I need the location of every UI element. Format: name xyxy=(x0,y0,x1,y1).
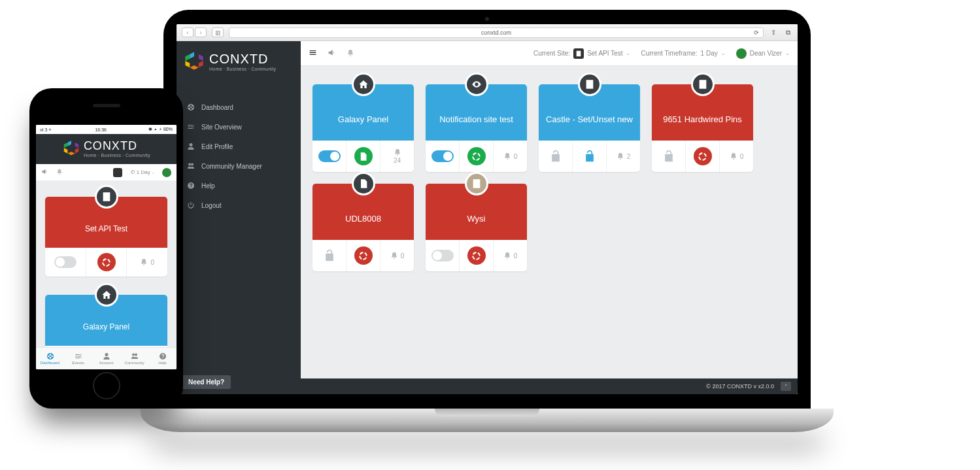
current-site-selector[interactable]: Current Site: Set API Test ⌄ xyxy=(533,48,630,59)
tab-account[interactable]: Account xyxy=(92,348,120,369)
site-card[interactable]: Castle - Set/Unset new2 xyxy=(539,84,640,172)
notifications-button[interactable] xyxy=(56,169,63,176)
user-menu[interactable]: Dean Vizer ⌄ xyxy=(736,48,790,59)
browser-tabs-button[interactable]: ⧉ xyxy=(783,29,792,37)
card-left-slot[interactable] xyxy=(313,240,346,271)
tab-community[interactable]: Community xyxy=(120,348,148,369)
spin-icon xyxy=(698,152,707,161)
arm-toggle[interactable] xyxy=(431,150,454,162)
card-title: Wysi xyxy=(467,214,485,224)
card-header: Galaxy Panel xyxy=(45,295,167,346)
sliders-icon xyxy=(187,123,195,131)
card-bell-slot[interactable]: 0 xyxy=(493,240,527,271)
card-left-slot[interactable] xyxy=(652,141,685,172)
sidebar-item-community-manager[interactable]: Community Manager xyxy=(177,156,301,176)
brand-name: CONXTD xyxy=(209,52,276,65)
status-right: ✱ ⚬ ⚡︎ 80% xyxy=(148,127,173,132)
sidebar: CONXTD Home · Business · Community Dashb… xyxy=(177,41,301,394)
card-bell-slot[interactable]: 0 xyxy=(126,248,167,277)
phone-cards: Set API Test0Galaxy Panel24 xyxy=(36,181,177,347)
site-card[interactable]: Notification site test0 xyxy=(426,84,527,172)
site-card[interactable]: Galaxy Panel24 xyxy=(45,295,167,347)
card-badge xyxy=(465,172,488,195)
scroll-top-button[interactable]: ˄ xyxy=(781,382,791,391)
arm-toggle[interactable] xyxy=(431,250,454,261)
tab-help[interactable]: Help xyxy=(148,348,177,369)
announce-button[interactable] xyxy=(41,168,48,176)
site-card[interactable]: Set API Test0 xyxy=(45,197,167,277)
current-site-label: Current Site: xyxy=(533,50,570,57)
card-left-slot[interactable] xyxy=(45,346,86,347)
card-mid-slot[interactable] xyxy=(346,240,380,271)
sidebar-item-site-overview[interactable]: Site Overview xyxy=(177,117,301,137)
notifications-button[interactable] xyxy=(346,49,354,58)
avatar[interactable] xyxy=(162,168,171,177)
card-bell-slot[interactable]: 0 xyxy=(719,141,753,172)
card-mid-slot[interactable] xyxy=(459,240,493,271)
card-mid-slot[interactable] xyxy=(346,141,380,172)
card-title: UDL8008 xyxy=(345,214,381,224)
timeframe-selector[interactable]: ⏱ 1 Day ⌄ xyxy=(130,169,154,175)
card-mid-slot[interactable] xyxy=(572,141,606,172)
lock-open-icon xyxy=(549,150,562,163)
browser-back-button[interactable]: ‹ xyxy=(182,27,194,37)
card-left-slot[interactable] xyxy=(426,240,459,271)
announce-button[interactable] xyxy=(328,48,336,58)
browser-address-bar[interactable]: conxtd.com ⟳ xyxy=(229,27,764,38)
timeframe-value: 1 Day xyxy=(137,169,150,175)
card-bell-slot[interactable]: 0 xyxy=(380,240,414,271)
sidebar-item-dashboard[interactable]: Dashboard xyxy=(177,97,301,117)
card-bell-slot[interactable]: 0 xyxy=(493,141,527,172)
sidebar-item-edit-profile[interactable]: Edit Profile xyxy=(177,137,301,156)
card-mid-slot[interactable] xyxy=(86,248,127,277)
sidebar-item-logout[interactable]: Logout xyxy=(177,195,301,215)
card-bell-slot[interactable]: 24 xyxy=(126,346,167,347)
site-card[interactable]: UDL80080 xyxy=(313,184,414,271)
tab-label: Help xyxy=(158,361,166,365)
menu-toggle-button[interactable] xyxy=(309,48,317,58)
alert-count: 0 xyxy=(503,252,518,260)
alert-count: 0 xyxy=(730,152,744,160)
alert-count: 2 xyxy=(617,152,631,160)
footer-copyright: © 2017 CONXTD v x2.0.0 xyxy=(706,383,774,390)
app-shell: CONXTD Home · Business · Community Dashb… xyxy=(177,41,798,394)
alert-count: 0 xyxy=(390,252,405,260)
tab-events[interactable]: Events xyxy=(64,348,92,369)
site-card[interactable]: Wysi0 xyxy=(426,184,527,271)
card-left-slot[interactable] xyxy=(426,141,459,172)
status-badge xyxy=(467,246,486,265)
sidebar-item-help[interactable]: Help xyxy=(177,176,301,195)
card-footer: 24 xyxy=(45,346,167,347)
arm-toggle[interactable] xyxy=(318,150,341,162)
card-mid-slot[interactable] xyxy=(86,346,127,347)
browser-sidebar-button[interactable]: ▥ xyxy=(212,27,224,37)
lock-open-icon xyxy=(662,150,675,163)
site-card[interactable]: 9651 Hardwired Pins0 xyxy=(652,84,753,172)
arm-toggle[interactable] xyxy=(54,256,76,268)
card-left-slot[interactable] xyxy=(45,248,86,277)
current-site-name: Set API Test xyxy=(587,50,622,57)
card-mid-slot[interactable] xyxy=(459,141,493,172)
card-left-slot[interactable] xyxy=(313,141,346,172)
sidebar-item-label: Site Overview xyxy=(201,124,242,131)
timeframe-selector[interactable]: Current Timeframe: 1 Day ⌄ xyxy=(641,50,725,57)
card-badge xyxy=(352,73,375,96)
tab-dashboard[interactable]: Dashboard xyxy=(36,348,64,369)
card-title: Galaxy Panel xyxy=(338,114,388,124)
reload-icon[interactable]: ⟳ xyxy=(754,29,759,36)
browser-forward-button[interactable]: › xyxy=(195,27,207,37)
card-mid-slot[interactable] xyxy=(685,141,719,172)
site-icon[interactable] xyxy=(113,168,122,177)
site-card[interactable]: Galaxy Panel24 xyxy=(313,84,414,172)
brand-logo[interactable]: CONXTD Home · Business · Community xyxy=(177,41,301,84)
card-bell-slot[interactable]: 2 xyxy=(606,141,640,172)
status-time: 16:36 xyxy=(95,127,107,132)
home-icon xyxy=(358,79,369,90)
browser-share-button[interactable]: ⇪ xyxy=(769,29,778,36)
lock-open-icon xyxy=(583,150,596,163)
card-bell-slot[interactable]: 24 xyxy=(380,141,414,172)
card-left-slot[interactable] xyxy=(539,141,572,172)
need-help-button[interactable]: Need Help? xyxy=(182,375,231,389)
bell-icon xyxy=(390,252,398,260)
card-footer: 0 xyxy=(426,141,527,172)
